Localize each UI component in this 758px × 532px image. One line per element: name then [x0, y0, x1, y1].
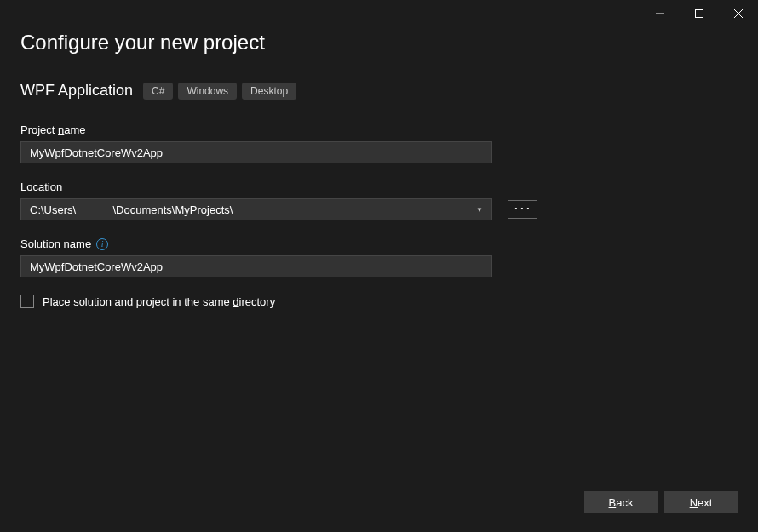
solution-name-label: Solution name i [20, 237, 738, 250]
back-button[interactable]: Back [584, 491, 658, 513]
location-value: C:\Users\ \Documents\MyProjects\ [30, 203, 233, 216]
location-label: Location [20, 180, 738, 193]
project-name-label: Project name [20, 123, 738, 136]
info-icon[interactable]: i [96, 238, 108, 250]
chevron-down-icon: ▼ [476, 206, 483, 214]
content-area: Configure your new project WPF Applicati… [0, 27, 758, 308]
maximize-button[interactable] [680, 0, 719, 27]
minimize-icon [656, 9, 664, 18]
next-button[interactable]: Next [664, 491, 738, 513]
project-name-group: Project name [20, 123, 738, 163]
solution-name-group: Solution name i [20, 237, 738, 277]
browse-button[interactable]: • • • [508, 200, 537, 219]
location-dropdown[interactable]: C:\Users\ \Documents\MyProjects\ ▼ [20, 198, 492, 220]
project-name-input[interactable] [20, 141, 492, 163]
footer-buttons: Back Next [584, 491, 738, 513]
page-title: Configure your new project [20, 31, 738, 54]
tag-csharp: C# [143, 83, 173, 100]
close-button[interactable] [719, 0, 758, 27]
location-row: C:\Users\ \Documents\MyProjects\ ▼ • • • [20, 198, 738, 220]
maximize-icon [695, 9, 703, 18]
minimize-button[interactable] [640, 0, 680, 27]
same-directory-row: Place solution and project in the same d… [20, 295, 738, 308]
same-directory-checkbox[interactable] [20, 295, 34, 308]
template-name: WPF Application [20, 82, 133, 100]
ellipsis-icon: • • • [515, 204, 531, 212]
template-row: WPF Application C# Windows Desktop [20, 82, 738, 100]
svg-rect-1 [696, 10, 703, 18]
close-icon [734, 9, 743, 18]
location-group: Location C:\Users\ \Documents\MyProjects… [20, 180, 738, 220]
solution-name-input[interactable] [20, 255, 492, 277]
same-directory-label: Place solution and project in the same d… [43, 295, 275, 308]
titlebar [0, 0, 758, 27]
tag-desktop: Desktop [242, 83, 296, 100]
tag-windows: Windows [178, 83, 237, 100]
tags-container: C# Windows Desktop [143, 83, 296, 100]
